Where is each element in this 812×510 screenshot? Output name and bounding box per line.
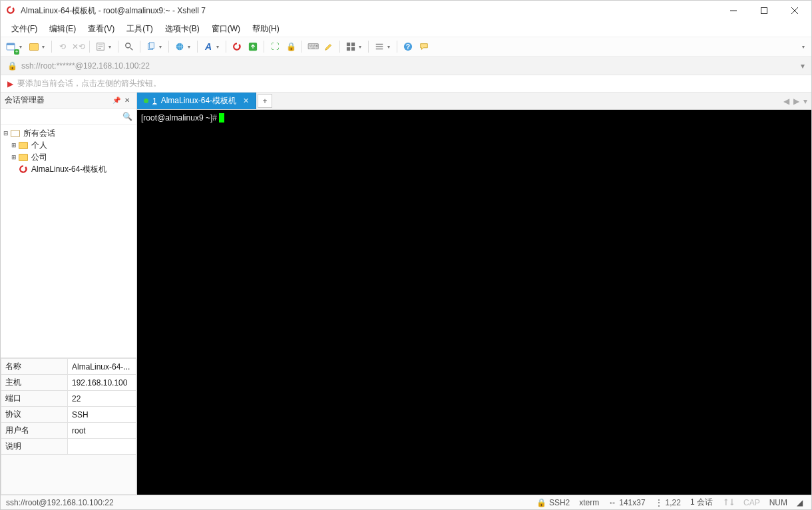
tree-label: AlmaLinux-64-模板机 — [31, 164, 106, 175]
menu-file[interactable]: 文件(F) — [6, 22, 43, 36]
reconnect-button[interactable]: ⟲ — [56, 40, 69, 53]
tab-label: AlmaLinux-64-模板机 — [161, 95, 236, 107]
menu-edit[interactable]: 编辑(E) — [44, 22, 81, 36]
tab-next-button[interactable]: ▶ — [793, 97, 799, 106]
chat-button[interactable] — [417, 40, 431, 53]
svg-rect-9 — [347, 43, 350, 46]
dropdown-icon[interactable]: ▾ — [387, 44, 393, 50]
search-icon[interactable]: 🔍 — [118, 112, 136, 121]
tree-folder-personal[interactable]: ⊞ 个人 — [2, 139, 135, 151]
hint-bar: ▶ 要添加当前会话，点击左侧的箭头按钮。 — [1, 75, 811, 93]
dropdown-icon[interactable]: ▾ — [19, 44, 25, 50]
folder-icon — [18, 152, 29, 162]
expand-icon[interactable]: ⊞ — [10, 154, 18, 160]
prop-key: 用户名 — [1, 423, 68, 439]
dropdown-icon[interactable]: ▾ — [216, 44, 222, 50]
lock-button[interactable]: 🔒 — [284, 40, 298, 53]
expand-icon[interactable]: ⊞ — [10, 142, 18, 148]
status-path: ssh://root@192.168.10.100:22 — [6, 498, 527, 507]
dropdown-icon[interactable]: ▾ — [108, 44, 114, 50]
prop-key: 端口 — [1, 391, 68, 407]
dropdown-icon[interactable]: ▾ — [159, 44, 164, 50]
dropdown-icon[interactable]: ▾ — [359, 44, 364, 50]
hint-text: 要添加当前会话，点击左侧的箭头按钮。 — [17, 78, 161, 89]
keyboard-button[interactable]: ⌨ — [306, 40, 319, 53]
status-num: NUM — [769, 498, 787, 507]
prop-key: 主机 — [1, 375, 68, 391]
session-manager-title: 会话管理器 — [5, 95, 111, 106]
tree-root[interactable]: ⊟ 所有会话 — [2, 127, 135, 139]
fullscreen-button[interactable]: ⛶ — [268, 40, 282, 53]
tab-number: 1 — [152, 97, 157, 106]
minimize-button[interactable] — [718, 1, 749, 21]
new-tab-button[interactable]: + — [258, 94, 272, 108]
status-dot-icon — [144, 99, 148, 103]
session-tab-active[interactable]: 1 AlmaLinux-64-模板机 ✕ — [137, 93, 256, 109]
list-button[interactable] — [373, 40, 386, 53]
svg-rect-2 — [7, 43, 15, 45]
tree-label: 公司 — [31, 152, 47, 163]
address-text: ssh://root:******@192.168.10.100:22 — [21, 61, 150, 71]
new-session-button[interactable]: + — [5, 40, 18, 53]
layout-button[interactable] — [344, 40, 357, 53]
lock-icon: 🔒 — [7, 61, 17, 71]
session-manager-header: 会话管理器 📌 ✕ — [1, 93, 136, 109]
tab-nav: ◀ ▶ ▾ — [779, 93, 811, 109]
pin-button[interactable]: 📌 — [111, 97, 122, 104]
session-tree[interactable]: ⊟ 所有会话 ⊞ 个人 ⊞ 公司 AlmaLinux-64-模板机 — [1, 125, 136, 358]
cursor-icon — [219, 113, 224, 123]
window-title: AlmaLinux-64-模板机 - root@almalinux9:~ - X… — [21, 5, 718, 17]
maximize-button[interactable] — [749, 1, 779, 21]
menu-window[interactable]: 窗口(W) — [206, 22, 246, 36]
panel-close-button[interactable]: ✕ — [122, 97, 132, 104]
open-folder-button[interactable] — [27, 40, 41, 53]
session-properties: 名称AlmaLinux-64-... 主机192.168.10.100 端口22… — [1, 358, 136, 495]
tab-close-button[interactable]: ✕ — [243, 97, 249, 105]
status-term: xterm — [579, 498, 599, 507]
tab-prev-button[interactable]: ◀ — [783, 97, 789, 106]
menu-tools[interactable]: 工具(T) — [121, 22, 158, 36]
toolbar-overflow-icon[interactable]: ▾ — [802, 44, 807, 50]
prop-val: SSH — [68, 407, 136, 423]
lock-icon: 🔒 — [536, 498, 546, 507]
menu-help[interactable]: 帮助(H) — [247, 22, 285, 36]
status-bar: ssh://root@192.168.10.100:22 🔒SSH2 xterm… — [1, 495, 811, 509]
svg-rect-6 — [149, 43, 154, 49]
tree-session-almalinux[interactable]: AlmaLinux-64-模板机 — [2, 163, 135, 175]
dropdown-icon[interactable]: ▾ — [42, 44, 47, 50]
search-button[interactable] — [122, 40, 136, 53]
dropdown-icon[interactable]: ▾ — [188, 44, 193, 50]
xshell-button[interactable] — [230, 40, 244, 53]
properties-button[interactable] — [94, 40, 107, 53]
svg-rect-12 — [351, 47, 355, 51]
address-dropdown-icon[interactable]: ▾ — [801, 61, 805, 71]
flag-icon: ▶ — [7, 79, 13, 89]
highlight-button[interactable] — [322, 40, 335, 53]
disconnect-button[interactable]: ✕⟲ — [72, 40, 85, 53]
tree-label: 个人 — [31, 140, 47, 151]
status-cap: CAP — [743, 498, 760, 507]
resize-grip-icon[interactable]: ◢ — [797, 498, 806, 507]
tree-folder-company[interactable]: ⊞ 公司 — [2, 151, 135, 163]
prop-blank — [1, 455, 136, 495]
font-button[interactable]: A — [202, 40, 215, 53]
menu-tabs[interactable]: 选项卡(B) — [160, 22, 205, 36]
collapse-icon[interactable]: ⊟ — [2, 130, 10, 136]
svg-text:?: ? — [406, 43, 410, 51]
session-search-input[interactable] — [1, 109, 118, 124]
status-cursor-pos: ⋮1,22 — [655, 498, 681, 507]
globe-button[interactable] — [173, 40, 186, 53]
prop-key: 协议 — [1, 407, 68, 423]
terminal[interactable]: [root@almalinux9 ~]# — [137, 110, 811, 495]
menu-view[interactable]: 查看(V) — [83, 22, 120, 36]
help-button[interactable]: ? — [401, 40, 415, 53]
svg-rect-10 — [351, 43, 355, 46]
prop-val: AlmaLinux-64-... — [68, 359, 136, 375]
address-bar[interactable]: 🔒 ssh://root:******@192.168.10.100:22 ▾ — [1, 57, 811, 75]
copy-button[interactable] — [144, 40, 158, 53]
tab-strip: 1 AlmaLinux-64-模板机 ✕ + ◀ ▶ ▾ — [137, 93, 811, 110]
terminal-prompt: [root@almalinux9 ~]# — [141, 113, 219, 123]
close-button[interactable] — [779, 1, 810, 21]
tab-menu-button[interactable]: ▾ — [803, 97, 807, 106]
xftp-button[interactable] — [246, 40, 260, 53]
